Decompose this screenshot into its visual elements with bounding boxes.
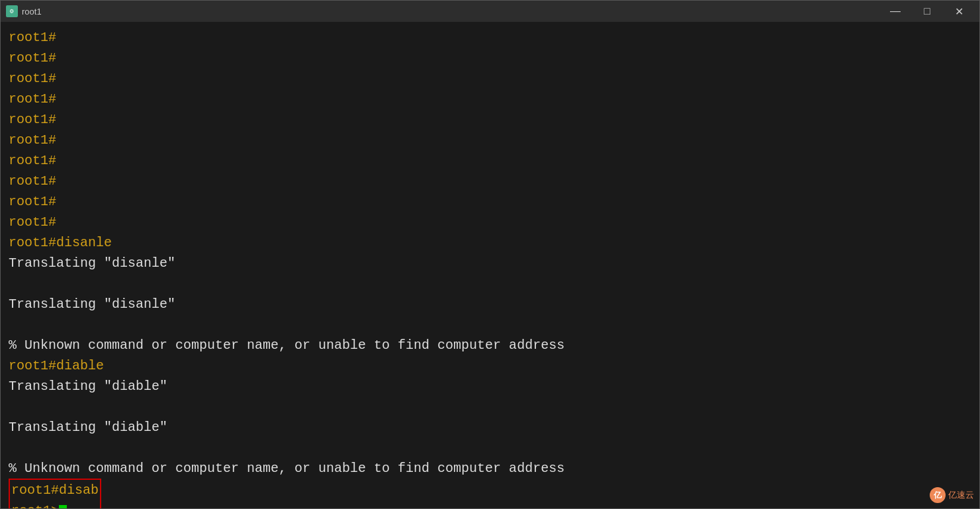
terminal-line: root1# [9,68,971,89]
terminal-line: Translating "disanle" [9,294,971,314]
terminal-line: Translating "diable" [9,376,971,396]
terminal-line: root1# [9,109,971,130]
terminal-line: root1# [9,89,971,109]
title-bar-left: ⚙ root1 [6,5,42,17]
terminal-line: root1# [9,212,971,232]
title-bar: ⚙ root1 — □ ✕ [1,1,979,22]
error-line: % Unknown command or computer name, or u… [9,335,971,355]
terminal-line: Translating "disanle" [9,253,971,273]
terminal-line-input: root1#disab [11,480,99,500]
terminal-line: root1# [9,130,971,150]
terminal-line: root1# [9,150,971,171]
app-icon: ⚙ [6,5,18,17]
watermark: 亿 亿速云 [930,487,974,503]
terminal-line: root1# [9,48,971,68]
terminal-cursor-line: root1> [11,500,99,508]
window-title: root1 [22,7,42,17]
watermark-icon: 亿 [930,487,946,503]
terminal-body[interactable]: root1# root1# root1# root1# root1# root1… [1,22,979,508]
terminal-line [9,314,971,335]
cursor [59,505,67,508]
close-button[interactable]: ✕ [944,1,974,22]
error-line: % Unknown command or computer name, or u… [9,458,971,479]
maximize-button[interactable]: □ [912,1,942,22]
active-input-area[interactable]: root1#disab root1> [9,479,101,508]
terminal-line: root1#diable [9,355,971,376]
terminal-line: root1#disanle [9,232,971,253]
window-controls: — □ ✕ [880,1,974,22]
minimize-button[interactable]: — [880,1,911,22]
terminal-line: root1# [9,191,971,212]
watermark-text: 亿速云 [948,489,974,501]
terminal-window: ⚙ root1 — □ ✕ root1# root1# root1# root1… [0,0,980,509]
terminal-line: Translating "diable" [9,417,971,438]
terminal-line [9,396,971,417]
terminal-line [9,438,971,458]
terminal-line: root1# [9,27,971,48]
terminal-line: root1# [9,171,971,191]
terminal-line [9,273,971,294]
